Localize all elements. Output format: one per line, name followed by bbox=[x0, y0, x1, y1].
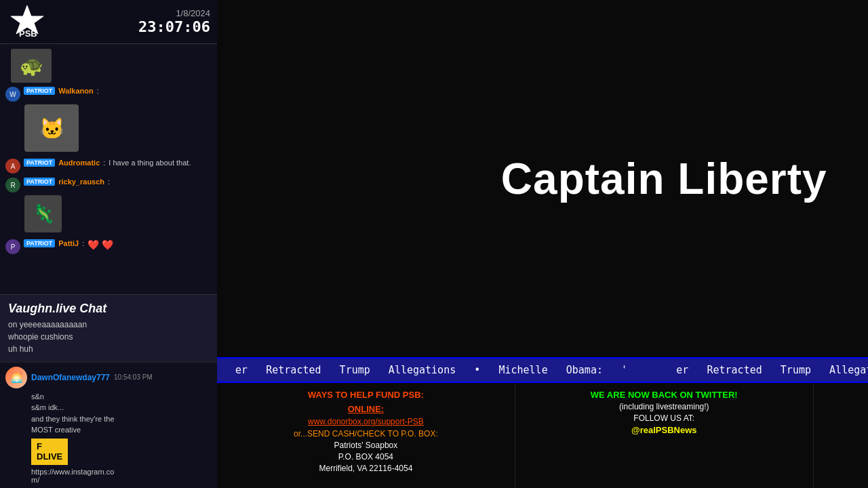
chat-header: PSB 1/8/2024 23:07:06 bbox=[0, 0, 217, 44]
vaughn-chat-text: on yeeeeaaaaaaaaan whoopie cushions uh h… bbox=[8, 319, 209, 355]
header-datetime-area: 1/8/2024 23:07:06 bbox=[138, 8, 210, 35]
col2-handle: @realPSBNews bbox=[525, 425, 804, 435]
logo-area: PSB bbox=[7, 4, 47, 39]
dawn-line3: MOST creative bbox=[31, 426, 81, 434]
ticker-text: er Retracted Trump Allegations • Michell… bbox=[217, 364, 868, 376]
dawn-line1: s&m idk... bbox=[31, 403, 64, 411]
video-title: Captain Liberty bbox=[501, 154, 827, 204]
vaughn-line2: whoopie cushions bbox=[8, 332, 73, 342]
audromatic-username: Audromatic bbox=[58, 159, 100, 167]
col1-address3: Merrifield, VA 22116-4054 bbox=[226, 464, 505, 473]
audromatic-badge: PATRIOT bbox=[24, 159, 55, 167]
dlive-badge: F DLIVE bbox=[31, 439, 68, 465]
vaughn-chat-title: Vaughn.live Chat bbox=[8, 302, 209, 316]
chat-spacer bbox=[0, 256, 217, 262]
col2-header: WE ARE NOW BACK ON TWITTER! bbox=[525, 390, 804, 400]
dawn-timestamp: 10:54:03 PM bbox=[114, 373, 153, 381]
dawn-line2: and they think they're the bbox=[31, 415, 115, 423]
bottom-col2: WE ARE NOW BACK ON TWITTER! (including l… bbox=[515, 383, 814, 488]
dlive-f: F bbox=[37, 441, 42, 451]
chat-messages: 🐢 W PATRIOT Walkanon : 🐱 A PATRIOT Audro… bbox=[0, 44, 217, 294]
pattij-badge: PATRIOT bbox=[24, 239, 55, 247]
vaughn-line3: uh huh bbox=[8, 344, 33, 354]
dawn-text: s&n s&m idk... and they think they're th… bbox=[31, 391, 212, 436]
walkanon-image: 🐱 bbox=[24, 104, 79, 152]
audromatic-text: I have a thing about that. bbox=[108, 159, 191, 167]
walkanon-avatar: W bbox=[5, 87, 20, 102]
chat-item-ricky: R PATRIOT ricky_rausch : 🦎 bbox=[0, 176, 217, 237]
news-ticker: er Retracted Trump Allegations • Michell… bbox=[217, 357, 868, 383]
ricky-suffix: : bbox=[108, 178, 110, 186]
ricky-username: ricky_rausch bbox=[58, 178, 104, 186]
ricky-badge: PATRIOT bbox=[24, 178, 55, 186]
pattij-username: PattiJ bbox=[58, 239, 79, 247]
dawn-section: 🌅 DawnOfanewday777 10:54:03 PM s&n s&m i… bbox=[0, 362, 217, 488]
col2-sub: (including livestreaming!) bbox=[525, 402, 804, 411]
header-time: 23:07:06 bbox=[138, 18, 210, 35]
col1-header: WAYS TO HELP FUND PSB: bbox=[226, 390, 505, 400]
pattij-hearts: ❤️ ❤️ bbox=[87, 239, 113, 250]
main-content: Captain Liberty er Retracted Trump Alleg… bbox=[217, 0, 868, 488]
chat-item-pattij: P PATRIOT PattiJ : ❤️ ❤️ bbox=[0, 237, 217, 256]
col3-gettr: www.GETTR.com/user/PSBNews bbox=[823, 417, 868, 425]
col3-website: https://www.PatriotsSoapbox.com bbox=[823, 434, 868, 443]
col1-online-url: www.donorbox.org/support-PSB bbox=[226, 417, 505, 426]
chat-panel: PSB 1/8/2024 23:07:06 🐢 W PATRIOT Walkan… bbox=[0, 0, 217, 488]
dawn-header: 🌅 DawnOfanewday777 10:54:03 PM bbox=[5, 367, 212, 388]
pattij-suffix: : bbox=[82, 239, 84, 247]
col3-bookmark: Bookmark our website NOW for daily artic… bbox=[823, 425, 868, 433]
dawn-username: DawnOfanewday777 bbox=[31, 373, 110, 382]
top-image: 🐢 bbox=[11, 49, 52, 83]
col1-address2: P.O. BOX 4054 bbox=[226, 452, 505, 462]
ricky-image: 🦎 bbox=[24, 195, 62, 232]
dlive-label: DLIVE bbox=[37, 451, 62, 462]
header-date: 1/8/2024 bbox=[138, 8, 210, 18]
video-area: Captain Liberty bbox=[217, 0, 868, 357]
vaughn-line1: on yeeeeaaaaaaaaan bbox=[8, 320, 87, 329]
psb-logo: PSB bbox=[7, 4, 47, 39]
pattij-avatar: P bbox=[5, 239, 20, 254]
bottom-panel: WAYS TO HELP FUND PSB: ONLINE: www.donor… bbox=[217, 383, 868, 488]
dawn-avatar: 🌅 bbox=[5, 367, 27, 388]
col3-handle: @PSBNews bbox=[823, 399, 868, 407]
col1-or-label: or...SEND CASH/CHECK TO P.O. BOX: bbox=[226, 429, 505, 439]
walkanon-username: Walkanon bbox=[58, 87, 94, 95]
chat-item-audromatic: A PATRIOT Audromatic : I have a thing ab… bbox=[0, 157, 217, 176]
col2-follow-label: FOLLOW US AT: bbox=[525, 413, 804, 423]
dawn-line0: s&n bbox=[31, 392, 44, 401]
col1-address1: Patriots' Soapbox bbox=[226, 441, 505, 450]
chat-item-top-image: 🐢 bbox=[0, 47, 217, 85]
audromatic-suffix: : bbox=[103, 159, 105, 167]
chat-item-walkanon: W PATRIOT Walkanon : 🐱 bbox=[0, 85, 217, 157]
col3-livestream: We're now LIVESTREAMING on GETTR: bbox=[823, 407, 868, 415]
audromatic-avatar: A bbox=[5, 159, 20, 174]
dawn-url: https://www.instagram.co m/ bbox=[31, 468, 212, 484]
walkanon-suffix: : bbox=[97, 87, 99, 95]
walkanon-badge: PATRIOT bbox=[24, 87, 55, 95]
ricky-avatar: R bbox=[5, 178, 20, 192]
bottom-col1: WAYS TO HELP FUND PSB: ONLINE: www.donor… bbox=[217, 383, 515, 488]
bottom-col3: FOLLOW PSB ON TRUTHSOCIAL: @PSBNews We'r… bbox=[814, 383, 868, 488]
vaughn-chat-box: Vaughn.live Chat on yeeeeaaaaaaaaan whoo… bbox=[0, 294, 217, 362]
col3-header: FOLLOW PSB ON TRUTHSOCIAL: bbox=[823, 390, 868, 398]
col1-online-label: ONLINE: bbox=[226, 404, 505, 414]
svg-text:PSB: PSB bbox=[19, 28, 37, 39]
